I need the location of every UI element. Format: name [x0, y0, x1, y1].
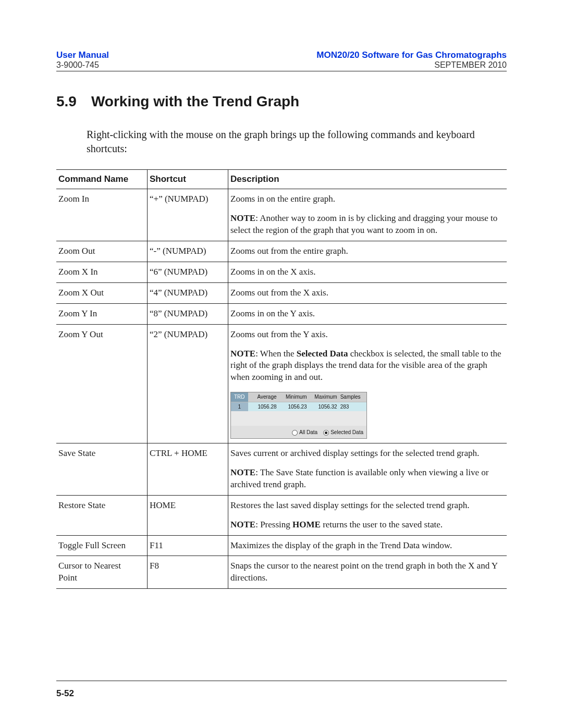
page-footer: 5-52 — [56, 681, 507, 699]
selected-data-mini-table: TRD Average Minimum Maximum Samples 1 10… — [230, 392, 367, 439]
commands-table: Command Name Shortcut Description Zoom I… — [56, 169, 507, 589]
cmd-desc: Restores the last saved display settings… — [230, 500, 469, 510]
cmd-desc: Zooms in on the entire graph. — [230, 194, 335, 204]
col-header-shortcut: Shortcut — [148, 170, 228, 189]
cmd-desc: Zooms out from the X axis. — [228, 282, 507, 303]
table-row: Save State CTRL + HOME Saves current or … — [56, 443, 507, 495]
cmd-name: Zoom X In — [56, 262, 148, 282]
cmd-name: Cursor to Nearest Point — [56, 556, 148, 589]
cmd-name: Zoom Out — [56, 241, 148, 262]
radio-selected-data[interactable] — [323, 430, 329, 436]
table-row: Zoom X Out “4” (NUMPAD) Zooms out from t… — [56, 282, 507, 303]
cmd-desc: Maximizes the display of the graph in th… — [228, 535, 507, 556]
cmd-note: NOTE: Pressing HOME returns the user to … — [230, 519, 501, 531]
cmd-shortcut: F11 — [148, 535, 228, 556]
table-row: Zoom In “+” (NUMPAD) Zooms in on the ent… — [56, 189, 507, 241]
cmd-shortcut: CTRL + HOME — [148, 443, 228, 495]
cmd-shortcut: “4” (NUMPAD) — [148, 282, 228, 303]
cmd-note: NOTE: The Save State function is availab… — [230, 467, 501, 491]
cmd-shortcut: F8 — [148, 556, 228, 589]
section-intro: Right-clicking with the mouse on the gra… — [87, 128, 507, 156]
table-row: Cursor to Nearest Point F8 Snaps the cur… — [56, 556, 507, 589]
page-header: User Manual MON20/20 Software for Gas Ch… — [56, 50, 507, 60]
col-header-name: Command Name — [56, 170, 148, 189]
mini-options: All Data Selected Data — [231, 426, 366, 438]
cmd-desc: Zooms out from the entire graph. — [228, 241, 507, 262]
table-row: Zoom Y Out “2” (NUMPAD) Zooms out from t… — [56, 324, 507, 443]
cmd-desc: Snaps the cursor to the nearest point on… — [228, 556, 507, 589]
cmd-desc: Zooms in on the Y axis. — [228, 303, 507, 324]
header-right-title: MON20/20 Software for Gas Chromatographs — [316, 50, 507, 60]
cmd-shortcut: “6” (NUMPAD) — [148, 262, 228, 282]
table-row: Restore State HOME Restores the last sav… — [56, 495, 507, 535]
mini-row: 1 1056.28 1056.23 1056.32 283 — [231, 402, 366, 412]
cmd-desc: Zooms out from the Y axis. — [230, 329, 328, 339]
cmd-name: Toggle Full Screen — [56, 535, 148, 556]
page-number: 5-52 — [56, 688, 74, 698]
table-row: Zoom X In “6” (NUMPAD) Zooms in on the X… — [56, 262, 507, 282]
cmd-name: Zoom Y Out — [56, 324, 148, 443]
mini-header: TRD Average Minimum Maximum Samples — [231, 392, 366, 402]
cmd-desc-cell: Restores the last saved display settings… — [228, 495, 507, 535]
cmd-note: NOTE: When the Selected Data checkbox is… — [230, 348, 501, 384]
cmd-name: Zoom In — [56, 189, 148, 241]
table-row: Toggle Full Screen F11 Maximizes the dis… — [56, 535, 507, 556]
cmd-shortcut: “8” (NUMPAD) — [148, 303, 228, 324]
cmd-name: Zoom X Out — [56, 282, 148, 303]
cmd-shortcut: “-” (NUMPAD) — [148, 241, 228, 262]
header-left-title: User Manual — [56, 50, 109, 60]
section-heading: 5.9 Working with the Trend Graph — [56, 93, 507, 110]
header-left-sub: 3-9000-745 — [56, 60, 99, 70]
section-title-text: Working with the Trend Graph — [91, 93, 299, 110]
cmd-desc: Zooms in on the X axis. — [228, 262, 507, 282]
table-row: Zoom Y In “8” (NUMPAD) Zooms in on the Y… — [56, 303, 507, 324]
cmd-name: Save State — [56, 443, 148, 495]
cmd-shortcut: HOME — [148, 495, 228, 535]
col-header-desc: Description — [228, 170, 507, 189]
page-header-sub: 3-9000-745 SEPTEMBER 2010 — [56, 60, 507, 71]
cmd-shortcut: “2” (NUMPAD) — [148, 324, 228, 443]
cmd-shortcut: “+” (NUMPAD) — [148, 189, 228, 241]
page: User Manual MON20/20 Software for Gas Ch… — [0, 0, 563, 728]
table-row: Zoom Out “-” (NUMPAD) Zooms out from the… — [56, 241, 507, 262]
cmd-note: NOTE: Another way to zoom in is by click… — [230, 213, 501, 237]
header-right-sub: SEPTEMBER 2010 — [434, 60, 507, 70]
cmd-name: Zoom Y In — [56, 303, 148, 324]
radio-all-data[interactable] — [292, 430, 298, 436]
cmd-desc-cell: Zooms in on the entire graph. NOTE: Anot… — [228, 189, 507, 241]
cmd-desc: Saves current or archived display settin… — [230, 448, 479, 458]
section-number: 5.9 — [56, 93, 77, 110]
cmd-desc-cell: Saves current or archived display settin… — [228, 443, 507, 495]
cmd-desc-cell: Zooms out from the Y axis. NOTE: When th… — [228, 324, 507, 443]
cmd-name: Restore State — [56, 495, 148, 535]
